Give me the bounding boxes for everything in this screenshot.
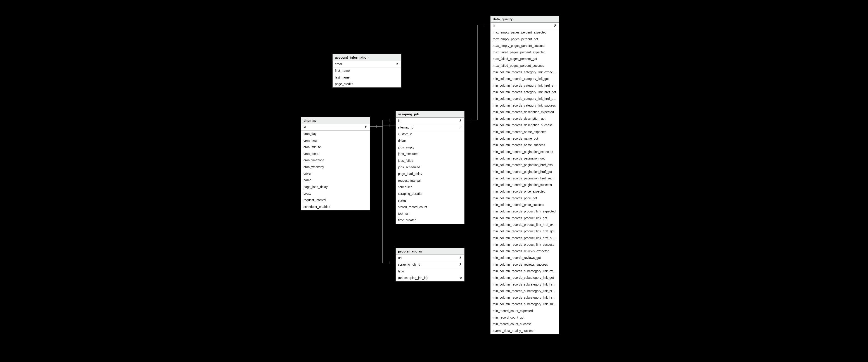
relationship-line: [0, 0, 868, 362]
